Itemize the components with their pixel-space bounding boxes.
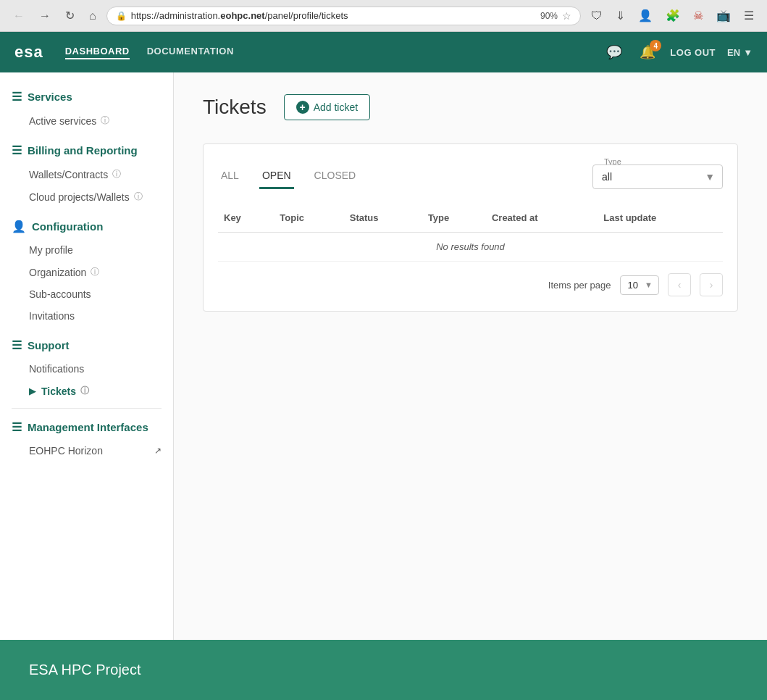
items-per-page-value: 10 — [628, 280, 638, 291]
footer-title: ESA HPC Project — [29, 662, 738, 678]
no-results-text: No results found — [218, 233, 723, 262]
shield-icon[interactable]: 🛡 — [587, 8, 607, 24]
sidebar-item-tickets-label: Tickets — [41, 386, 76, 397]
tab-closed[interactable]: CLOSED — [311, 164, 359, 189]
sidebar-header-configuration[interactable]: 👤 Configuration — [0, 214, 173, 239]
external-link-icon: ↗ — [154, 446, 162, 456]
sidebar-header-services[interactable]: ☰ Services — [0, 84, 173, 109]
sidebar-item-cloud-projects-label: Cloud projects/Wallets — [29, 191, 130, 203]
next-page-button[interactable]: › — [700, 273, 723, 296]
ticket-tabs: ALL OPEN CLOSED — [218, 164, 359, 189]
security-icon: 🔒 — [116, 11, 127, 21]
sidebar-item-my-profile-label: My profile — [29, 244, 73, 256]
list-icon: ☰ — [12, 90, 22, 104]
extensions-icon[interactable]: 🧩 — [661, 7, 684, 24]
sidebar-section-management: ☰ Management Interfaces EOHPC Horizon ↗ — [0, 408, 173, 462]
prev-page-button[interactable]: ‹ — [668, 273, 691, 296]
page-header: Tickets + Add ticket — [203, 94, 738, 120]
main-content: Tickets + Add ticket ALL OPEN CLOSED Typ… — [174, 72, 767, 640]
chevron-right-icon: ▶ — [29, 386, 35, 396]
page-title: Tickets — [203, 96, 267, 119]
sidebar-section-billing: ☰ Billing and Reporting Wallets/Contract… — [0, 138, 173, 208]
sidebar-item-wallets[interactable]: Wallets/Contracts ⓘ — [0, 163, 173, 186]
profile-icon[interactable]: 👤 — [634, 7, 657, 24]
items-per-page-label: Items per page — [548, 280, 611, 291]
menu-icon[interactable]: ☰ — [739, 7, 758, 24]
list-icon-support: ☰ — [12, 338, 22, 352]
back-button[interactable]: ← — [9, 8, 29, 24]
table-body: No results found — [218, 233, 723, 262]
sliders-icon: ☰ — [12, 420, 22, 434]
list-icon-billing: ☰ — [12, 143, 22, 157]
lang-label: EN — [727, 47, 740, 58]
sidebar-item-wallets-label: Wallets/Contracts — [29, 169, 108, 180]
sidebar-item-eohpc-label: EOHPC Horizon — [29, 445, 103, 457]
sidebar-item-sub-accounts-label: Sub-accounts — [29, 288, 91, 300]
notification-bell-button[interactable]: 🔔 4 — [637, 41, 658, 63]
browser-chrome: ← → ↻ ⌂ 🔒 https://administration.eohpc.n… — [0, 0, 767, 32]
sidebar-header-management[interactable]: ☰ Management Interfaces — [0, 414, 173, 440]
sidebar-header-billing[interactable]: ☰ Billing and Reporting — [0, 138, 173, 163]
col-last-update: Last update — [598, 204, 723, 233]
sidebar-item-active-services[interactable]: Active services ⓘ — [0, 109, 173, 132]
notification-badge: 4 — [650, 40, 661, 51]
type-select-value: all — [602, 171, 612, 183]
forward-button[interactable]: → — [35, 8, 55, 24]
sidebar-item-invitations[interactable]: Invitations — [0, 305, 173, 327]
tab-open[interactable]: OPEN — [259, 164, 294, 189]
refresh-button[interactable]: ↻ — [61, 7, 79, 24]
sidebar-item-tickets[interactable]: ▶ Tickets ⓘ — [0, 380, 173, 402]
esa-logo-text: esa — [14, 43, 43, 62]
download-icon[interactable]: ⇓ — [611, 7, 629, 24]
sidebar-item-notifications-label: Notifications — [29, 363, 84, 375]
bookmark-icon[interactable]: ☆ — [562, 10, 571, 22]
sidebar-item-organization[interactable]: Organization ⓘ — [0, 261, 173, 283]
security-ext-icon[interactable]: ☠ — [689, 7, 708, 24]
sidebar-item-notifications[interactable]: Notifications — [0, 358, 173, 380]
language-selector[interactable]: EN ▼ — [727, 47, 753, 58]
ticket-container: ALL OPEN CLOSED Type all ▼ — [203, 143, 738, 312]
cast-icon[interactable]: 📺 — [712, 7, 735, 24]
home-button[interactable]: ⌂ — [85, 8, 101, 24]
logout-button[interactable]: LOG OUT — [670, 47, 716, 58]
sidebar-item-cloud-projects[interactable]: Cloud projects/Wallets ⓘ — [0, 186, 173, 208]
tabs-and-filter: ALL OPEN CLOSED Type all ▼ — [218, 159, 723, 189]
sidebar-section-support: ☰ Support Notifications ▶ Tickets ⓘ — [0, 333, 173, 402]
info-icon: ⓘ — [101, 114, 109, 127]
nav-dashboard[interactable]: DASHBOARD — [65, 46, 130, 59]
browser-toolbar: 🛡 ⇓ 👤 🧩 ☠ 📺 ☰ — [587, 7, 758, 24]
sidebar-section-services-label: Services — [28, 91, 72, 103]
sidebar-item-my-profile[interactable]: My profile — [0, 239, 173, 261]
sidebar-item-eohpc-horizon[interactable]: EOHPC Horizon ↗ — [0, 440, 173, 462]
nav-right: 💬 🔔 4 LOG OUT EN ▼ — [603, 41, 753, 63]
type-select-wrapper[interactable]: all ▼ — [592, 164, 723, 189]
sidebar-header-support[interactable]: ☰ Support — [0, 333, 173, 358]
chat-icon: 💬 — [606, 45, 622, 59]
ticket-table: Key Topic Status Type Created at Last up… — [218, 204, 723, 262]
nav-documentation[interactable]: DOCUMENTATION — [147, 46, 234, 59]
zoom-level: 90% — [540, 11, 558, 21]
app-logo: esa — [14, 43, 43, 62]
plus-icon: + — [296, 101, 309, 114]
info-icon-tickets: ⓘ — [80, 385, 89, 397]
chat-icon-button[interactable]: 💬 — [603, 41, 625, 63]
info-icon-org: ⓘ — [91, 266, 99, 278]
app-wrapper: esa DASHBOARD DOCUMENTATION 💬 🔔 4 LOG OU… — [0, 32, 767, 700]
sidebar-item-sub-accounts[interactable]: Sub-accounts — [0, 283, 173, 305]
items-per-page-selector[interactable]: 10 ▼ — [620, 275, 659, 295]
sidebar-section-services: ☰ Services Active services ⓘ — [0, 84, 173, 132]
sidebar-item-active-services-label: Active services — [29, 115, 96, 127]
tab-all[interactable]: ALL — [218, 164, 242, 189]
add-ticket-button[interactable]: + Add ticket — [284, 94, 370, 120]
table-header: Key Topic Status Type Created at Last up… — [218, 204, 723, 233]
pagination-row: Items per page 10 ▼ ‹ › — [218, 262, 723, 296]
info-icon-wallets: ⓘ — [112, 168, 121, 180]
sidebar-section-billing-label: Billing and Reporting — [28, 144, 138, 157]
sidebar: ☰ Services Active services ⓘ ☰ Billing a… — [0, 72, 174, 640]
col-created-at: Created at — [486, 204, 598, 233]
top-navbar: esa DASHBOARD DOCUMENTATION 💬 🔔 4 LOG OU… — [0, 32, 767, 72]
info-icon-cloud: ⓘ — [134, 191, 143, 203]
sidebar-item-organization-label: Organization — [29, 267, 86, 278]
url-text: https://administration.eohpc.net/panel/p… — [131, 10, 536, 21]
address-bar[interactable]: 🔒 https://administration.eohpc.net/panel… — [106, 7, 581, 25]
